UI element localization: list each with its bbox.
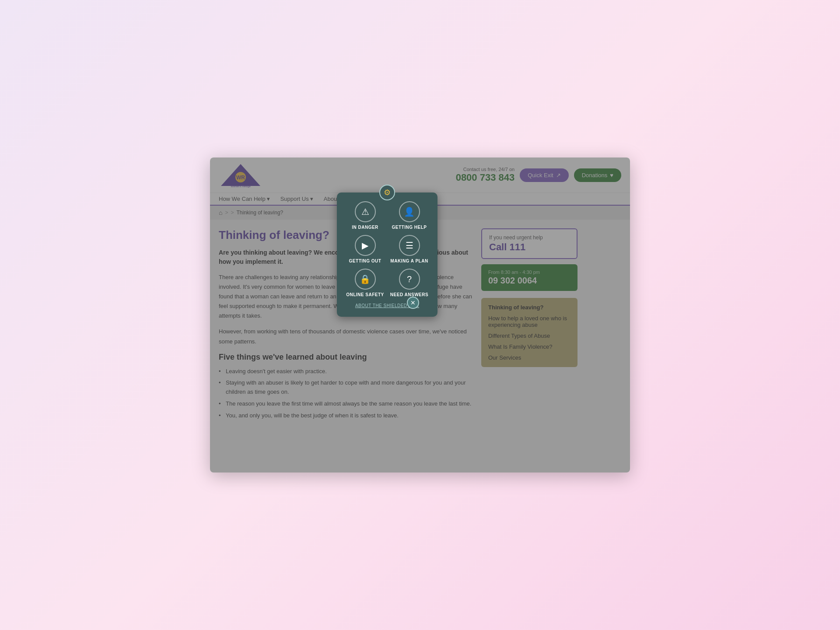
- popup-item-making-a-plan[interactable]: ☰MAKING A PLAN: [390, 235, 429, 263]
- popup-icon: ?: [399, 269, 420, 290]
- popup-icon: 🔒: [355, 269, 376, 290]
- popup-item-online-safety[interactable]: 🔒ONLINE SAFETY: [346, 269, 385, 297]
- popup-icon: 👤: [399, 201, 420, 222]
- popup-item-label: MAKING A PLAN: [390, 259, 428, 263]
- popup-item-getting-help[interactable]: 👤GETTING HELP: [390, 201, 429, 230]
- popup-item-label: NEED ANSWERS: [390, 292, 428, 297]
- popup-logo: ⚙: [379, 185, 395, 200]
- popup-item-label: IN DANGER: [352, 225, 378, 230]
- popup-icon: ⚠: [355, 201, 376, 222]
- popup-item-label: ONLINE SAFETY: [346, 292, 384, 297]
- popup-item-need-answers[interactable]: ?NEED ANSWERS: [390, 269, 429, 297]
- popup-grid: ⚠IN DANGER👤GETTING HELP▶GETTING OUT☰MAKI…: [346, 201, 429, 297]
- popup-item-in-danger[interactable]: ⚠IN DANGER: [346, 201, 385, 230]
- popup-icon: ☰: [399, 235, 420, 256]
- popup-item-label: GETTING HELP: [392, 225, 427, 230]
- popup-icon: ▶: [355, 235, 376, 256]
- popup-menu: ⚙ ⚠IN DANGER👤GETTING HELP▶GETTING OUT☰MA…: [337, 192, 438, 317]
- popup-item-getting-out[interactable]: ▶GETTING OUT: [346, 235, 385, 263]
- popup-item-label: GETTING OUT: [349, 259, 382, 263]
- close-popup-button[interactable]: ✕: [407, 297, 419, 309]
